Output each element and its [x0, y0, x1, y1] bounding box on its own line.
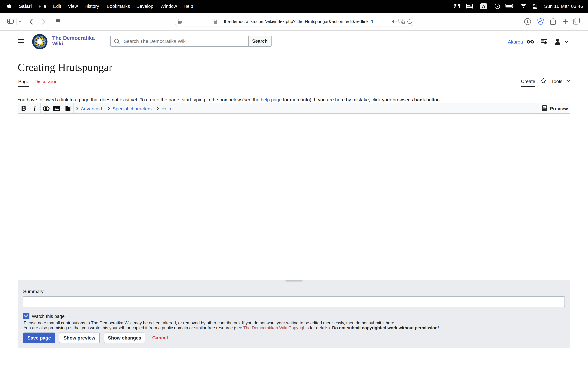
svg-text:文: 文	[402, 20, 405, 23]
svg-text:A: A	[399, 19, 401, 22]
